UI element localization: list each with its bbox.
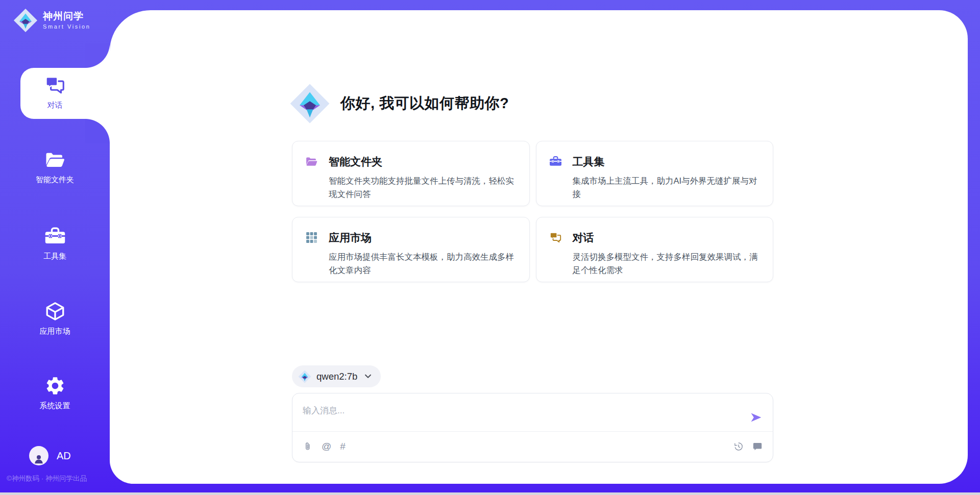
feature-card-chat[interactable]: 对话 灵活切换多模型文件，支持多样回复效果调试，满足个性化需求 — [536, 217, 774, 282]
sidebar-item-app-market[interactable]: 应用市场 — [0, 301, 110, 336]
grid-icon — [305, 231, 318, 282]
composer-toolbar: @ # — [292, 431, 773, 461]
card-title: 智能文件夹 — [329, 155, 518, 169]
cube-icon — [44, 301, 66, 322]
card-title: 对话 — [573, 231, 762, 245]
sidebar-item-label: 工具集 — [43, 252, 66, 261]
window-bottom-edge — [0, 492, 980, 495]
gear-icon — [44, 375, 66, 397]
message-input[interactable] — [292, 393, 773, 430]
brand-subtitle: Smart Vision — [43, 23, 90, 30]
history-icon[interactable] — [733, 441, 744, 452]
model-selector[interactable]: qwen2:7b — [292, 365, 381, 387]
at-icon[interactable]: @ — [322, 441, 331, 452]
chat-bubbles-icon — [44, 75, 66, 96]
composer-tools-right — [733, 441, 763, 452]
sidebar-item-label: 智能文件夹 — [36, 175, 74, 185]
user-name: AD — [57, 450, 71, 462]
tab-fillet-bottom — [85, 119, 110, 143]
brand-name: 神州问学 — [43, 11, 90, 22]
sidebar-item-settings[interactable]: 系统设置 — [0, 375, 110, 411]
send-icon — [749, 411, 763, 424]
sidebar-item-label: 对话 — [47, 101, 63, 110]
sidebar-item-chat[interactable]: 对话 — [0, 75, 110, 110]
card-title: 工具集 — [573, 155, 762, 169]
card-description: 应用市场提供丰富长文本模板，助力高效生成多样化文章内容 — [329, 250, 518, 277]
folder-icon — [44, 149, 66, 170]
toolbox-icon — [44, 226, 66, 247]
feature-card-toolset[interactable]: 工具集 集成市场上主流工具，助力AI与外界无缝扩展与对接 — [536, 141, 774, 206]
person-icon — [32, 452, 45, 465]
sidebar-footer-text: ©神州数码 · 神州问学出品 — [7, 474, 114, 483]
feature-card-smart-folder[interactable]: 智能文件夹 智能文件夹功能支持批量文件上传与清洗，轻松实现文件问答 — [292, 141, 530, 206]
chevron-down-icon — [364, 374, 372, 379]
brand-diamond-icon — [13, 8, 38, 33]
card-description: 智能文件夹功能支持批量文件上传与清洗，轻松实现文件问答 — [329, 174, 518, 201]
brand-logo: 神州问学 Smart Vision — [13, 8, 90, 33]
greeting-diamond-icon — [289, 83, 330, 124]
main-content: 你好, 我可以如何帮助你? 智能文件夹 智能文件夹功能支持批量文件上传与清洗，轻… — [110, 10, 968, 484]
feature-card-app-market[interactable]: 应用市场 应用市场提供丰富长文本模板，助力高效生成多样化文章内容 — [292, 217, 530, 282]
tab-fillet-top — [85, 43, 110, 68]
user-account[interactable]: AD — [29, 446, 71, 465]
toolbox-icon — [549, 155, 562, 206]
comment-icon[interactable] — [752, 441, 763, 452]
card-title: 应用市场 — [329, 231, 518, 245]
sidebar-item-toolset[interactable]: 工具集 — [0, 226, 110, 261]
sidebar-item-smart-folder[interactable]: 智能文件夹 — [0, 149, 110, 185]
card-description: 灵活切换多模型文件，支持多样回复效果调试，满足个性化需求 — [573, 250, 762, 277]
model-diamond-icon — [298, 370, 311, 383]
greeting-text: 你好, 我可以如何帮助你? — [340, 93, 509, 114]
message-composer: @ # — [292, 393, 773, 462]
composer-tools-left: @ # — [303, 441, 346, 452]
hash-icon[interactable]: # — [340, 441, 346, 452]
sidebar-item-label: 应用市场 — [40, 327, 70, 336]
greeting: 你好, 我可以如何帮助你? — [289, 83, 509, 124]
sidebar-item-label: 系统设置 — [40, 401, 70, 411]
model-name: qwen2:7b — [316, 371, 357, 382]
feature-cards: 智能文件夹 智能文件夹功能支持批量文件上传与清洗，轻松实现文件问答 工具集 集成… — [292, 141, 773, 282]
send-button[interactable] — [749, 411, 763, 424]
folder-icon — [305, 155, 318, 206]
avatar — [29, 446, 48, 465]
app-window: 神州问学 Smart Vision 对话 智能文件夹 工具集 应用市场 系统设置… — [0, 0, 980, 495]
card-description: 集成市场上主流工具，助力AI与外界无缝扩展与对接 — [573, 174, 762, 201]
chat-bubbles-icon — [549, 231, 562, 282]
paperclip-icon[interactable] — [303, 441, 313, 452]
